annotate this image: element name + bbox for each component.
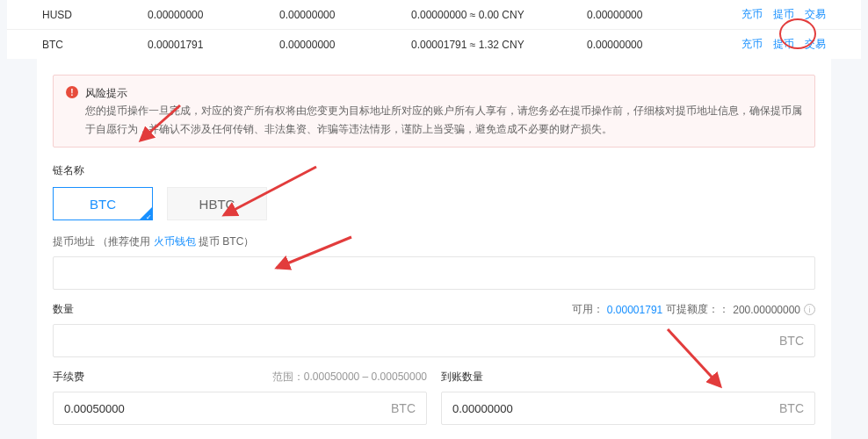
fee-label: 手续费 [53,370,84,385]
warning-icon: ! [66,86,78,98]
receive-input-wrapper: BTC [441,392,815,425]
cell-asset: HUSD [42,9,148,21]
quantity-input-wrapper: BTC [53,324,815,357]
available-value: 0.00001791 [607,304,662,316]
table-row: HUSD 0.00000000 0.00000000 0.00000000 ≈ … [7,0,861,30]
quantity-label: 数量 [53,302,74,317]
receive-label: 到账数量 [441,370,483,385]
cell-balance: 0.00000000 [148,9,279,21]
trade-link[interactable]: 交易 [805,7,826,22]
trade-link[interactable]: 交易 [805,37,826,52]
cell-asset: BTC [42,39,148,51]
receive-input [452,402,779,415]
chain-option-hbtc[interactable]: HBTC [167,187,267,220]
wallet-link[interactable]: 火币钱包 [154,235,196,248]
fee-range: 范围：0.00050000 – 0.00050000 [272,370,427,385]
address-input-wrapper [53,256,815,290]
warning-title: 风险提示 [85,84,802,102]
quantity-info: 可用：0.00001791 可提额度：：200.00000000 i [572,302,815,317]
cell-balance: 0.00001791 [148,39,279,51]
table-row: BTC 0.00001791 0.00000000 0.00001791 ≈ 1… [7,30,861,59]
chain-option-btc[interactable]: BTC [53,187,153,220]
fee-input[interactable] [64,402,391,415]
deposit-link[interactable]: 充币 [741,7,763,22]
withdraw-form: ! 风险提示 您的提币操作一旦完成，对应的资产所有权将由您变更为目标地址所对应的… [37,59,831,439]
quantity-unit: BTC [779,334,804,348]
risk-warning: ! 风险提示 您的提币操作一旦完成，对应的资产所有权将由您变更为目标地址所对应的… [53,75,815,148]
cell-frozen: 0.00000000 [279,39,411,51]
deposit-link[interactable]: 充币 [741,37,763,52]
asset-table: HUSD 0.00000000 0.00000000 0.00000000 ≈ … [7,0,861,59]
warning-body: 您的提币操作一旦完成，对应的资产所有权将由您变更为目标地址所对应的账户所有人享有… [85,102,802,138]
receive-unit: BTC [779,401,804,415]
withdraw-link[interactable]: 提币 [773,7,794,22]
address-label: 提币地址 （推荐使用 火币钱包 提币 BTC） [53,234,815,249]
quantity-input[interactable] [64,335,779,348]
cell-frozen: 0.00000000 [279,9,411,21]
limit-value: 200.00000000 [733,304,800,316]
cell-available: 0.00000000 [587,39,701,51]
address-input[interactable] [64,267,804,280]
cell-available: 0.00000000 [587,9,701,21]
fee-unit: BTC [391,401,416,415]
cell-cny: 0.00000000 ≈ 0.00 CNY [411,9,587,21]
withdraw-link[interactable]: 提币 [773,37,794,52]
chain-label: 链名称 [53,163,815,178]
fee-input-wrapper: BTC [53,392,427,425]
info-icon[interactable]: i [804,304,815,315]
cell-cny: 0.00001791 ≈ 1.32 CNY [411,39,587,51]
